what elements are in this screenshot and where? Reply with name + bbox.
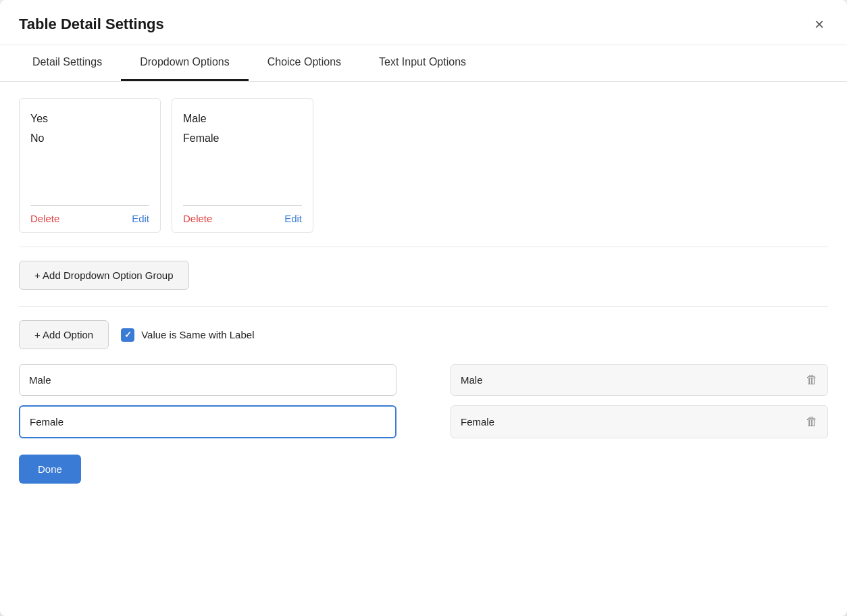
table-detail-settings-modal: Table Detail Settings × Detail Settings … bbox=[0, 0, 847, 616]
option-group-actions: Delete Edit bbox=[183, 206, 302, 232]
label-input-female[interactable] bbox=[19, 405, 396, 438]
modal-header: Table Detail Settings × bbox=[0, 0, 847, 45]
tab-dropdown-options[interactable]: Dropdown Options bbox=[121, 45, 249, 81]
delete-option-female-button[interactable]: 🗑 bbox=[796, 415, 827, 429]
close-button[interactable]: × bbox=[811, 15, 828, 34]
delete-option-male-button[interactable]: 🗑 bbox=[796, 373, 827, 387]
add-option-button[interactable]: + Add Option bbox=[19, 320, 109, 349]
section-divider-2 bbox=[19, 306, 828, 307]
delete-group-button[interactable]: Delete bbox=[183, 213, 212, 224]
value-input-female-field[interactable] bbox=[451, 407, 796, 437]
tab-detail-settings[interactable]: Detail Settings bbox=[14, 45, 121, 81]
edit-group-button[interactable]: Edit bbox=[284, 213, 302, 224]
value-input-female: 🗑 bbox=[451, 405, 828, 438]
label-input-female-field[interactable] bbox=[20, 407, 395, 437]
tabs-bar: Detail Settings Dropdown Options Choice … bbox=[0, 45, 847, 82]
value-same-label-checkbox-row[interactable]: Value is Same with Label bbox=[121, 328, 254, 342]
option-groups: Yes No Delete Edit Male Female Delete bbox=[19, 98, 828, 233]
edit-group-button[interactable]: Edit bbox=[132, 213, 149, 224]
label-input-male[interactable] bbox=[19, 364, 396, 396]
add-dropdown-group-button[interactable]: + Add Dropdown Option Group bbox=[19, 261, 189, 290]
delete-group-button[interactable]: Delete bbox=[30, 213, 59, 224]
modal-title: Table Detail Settings bbox=[19, 16, 164, 33]
option-inputs-grid: 🗑 🗑 bbox=[19, 364, 828, 438]
modal-body: Yes No Delete Edit Male Female Delete bbox=[0, 82, 847, 616]
option-item: No bbox=[30, 129, 149, 149]
option-group-card: Yes No Delete Edit bbox=[19, 98, 161, 233]
option-item: Yes bbox=[30, 109, 149, 129]
value-input-male-field[interactable] bbox=[451, 365, 796, 395]
option-group-card: Male Female Delete Edit bbox=[172, 98, 313, 233]
label-input-male-field[interactable] bbox=[20, 365, 396, 395]
section-divider bbox=[19, 247, 828, 247]
add-option-row: + Add Option Value is Same with Label bbox=[19, 320, 828, 349]
value-input-male: 🗑 bbox=[451, 364, 828, 396]
tab-text-input-options[interactable]: Text Input Options bbox=[360, 45, 485, 81]
option-group-items: Male Female bbox=[183, 109, 302, 197]
value-same-checkbox[interactable] bbox=[121, 328, 134, 342]
option-group-actions: Delete Edit bbox=[30, 206, 149, 232]
option-item: Female bbox=[183, 129, 302, 149]
option-item: Male bbox=[183, 109, 302, 129]
done-button[interactable]: Done bbox=[19, 455, 81, 484]
tab-choice-options[interactable]: Choice Options bbox=[249, 45, 360, 81]
option-group-items: Yes No bbox=[30, 109, 149, 197]
value-same-label-text: Value is Same with Label bbox=[141, 329, 254, 340]
